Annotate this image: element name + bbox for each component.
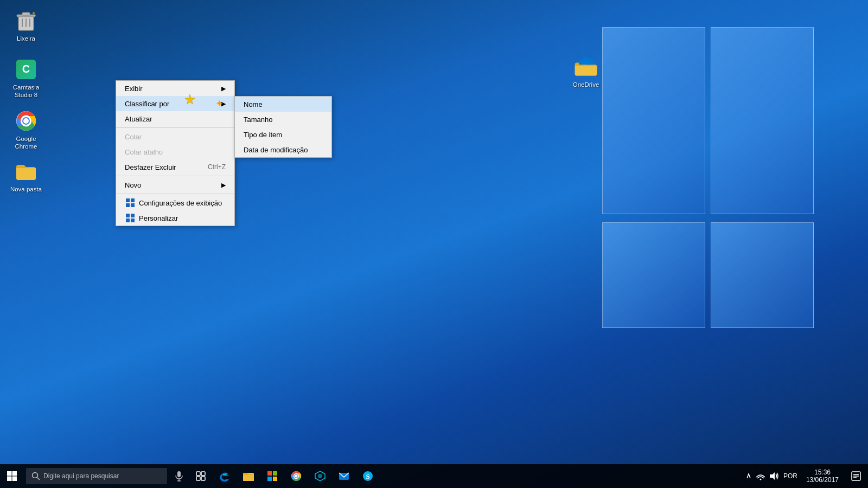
menu-item-exibir[interactable]: Exibir ▶ <box>116 81 234 96</box>
task-view-button[interactable] <box>189 464 213 488</box>
network-icon <box>756 472 765 480</box>
chrome-label: Google Chrome <box>7 136 46 151</box>
explorer-icon <box>242 470 254 482</box>
taskbar-chrome-icon <box>290 470 302 482</box>
svg-rect-23 <box>131 214 135 217</box>
desktop-icon-chrome[interactable]: Google Chrome <box>4 106 48 153</box>
clock-time: 15:36 <box>814 468 831 476</box>
svg-rect-44 <box>273 477 277 481</box>
menu-item-colar-atalho[interactable]: Colar atalho <box>116 144 234 159</box>
svg-rect-1 <box>22 18 23 27</box>
notification-center-button[interactable] <box>844 464 868 488</box>
tamanho-label: Tamanho <box>244 115 272 124</box>
submenu-item-data[interactable]: Data de modificação <box>235 142 331 157</box>
taskbar-right: POR 15:36 13/06/2017 <box>743 464 868 488</box>
lixeira-icon <box>13 8 39 34</box>
windows-logo-icon <box>7 471 17 481</box>
language-indicator[interactable]: POR <box>780 464 801 488</box>
svg-rect-5 <box>22 12 30 15</box>
novo-label: Novo <box>125 181 141 189</box>
configuracoes-icon <box>125 197 136 208</box>
systray-network[interactable] <box>754 464 767 488</box>
desktop-icon-lixeira[interactable]: Lixeira <box>4 5 48 45</box>
svg-rect-17 <box>579 62 593 65</box>
svg-rect-21 <box>131 203 135 207</box>
camtasia-icon: C <box>13 56 39 82</box>
menu-item-atualizar[interactable]: Atualizar <box>116 111 234 126</box>
submenu-item-tamanho[interactable]: Tamanho <box>235 112 331 127</box>
taskbar-chrome[interactable] <box>284 464 308 488</box>
atualizar-label: Atualizar <box>125 115 152 123</box>
svg-point-7 <box>34 15 36 16</box>
svg-marker-54 <box>770 472 775 480</box>
svg-rect-40 <box>243 475 254 481</box>
desktop: Lixeira C Camtasia Studio 8 <box>0 0 868 488</box>
onedrive-label: OneDrive <box>573 81 599 89</box>
svg-rect-32 <box>177 471 181 477</box>
separator-1 <box>116 127 234 128</box>
svg-rect-27 <box>12 471 17 476</box>
cursor-star-icon: ✦ <box>215 98 224 110</box>
svg-rect-18 <box>126 198 130 202</box>
svg-line-31 <box>37 478 40 480</box>
svg-rect-36 <box>201 472 205 476</box>
novo-arrow: ▶ <box>221 182 226 189</box>
menu-item-desfazer[interactable]: Desfazer Excluir Ctrl+Z <box>116 159 234 175</box>
start-button[interactable] <box>0 464 24 488</box>
svg-point-49 <box>318 474 322 478</box>
nova-pasta-icon <box>13 158 39 184</box>
personalizar-label: Personalizar <box>139 214 178 222</box>
submenu-item-nome[interactable]: Nome <box>235 97 331 112</box>
task-view-icon <box>196 471 206 481</box>
microphone-icon <box>175 471 183 481</box>
taskbar-edge[interactable] <box>213 464 237 488</box>
svg-rect-37 <box>196 477 200 480</box>
menu-item-novo[interactable]: Novo ▶ <box>116 177 234 192</box>
cortana-mic-button[interactable] <box>169 464 189 488</box>
taskbar-mail[interactable] <box>332 464 356 488</box>
svg-rect-35 <box>196 472 200 476</box>
menu-item-colar[interactable]: Colar <box>116 129 234 144</box>
mail-icon <box>338 470 350 482</box>
desktop-icon-onedrive[interactable]: OneDrive <box>564 52 608 91</box>
edge-icon <box>219 470 231 482</box>
svg-rect-20 <box>126 203 130 207</box>
systray-volume[interactable] <box>767 464 780 488</box>
desktop-icon-nova-pasta[interactable]: Nova pasta <box>4 156 48 196</box>
exibir-arrow: ▶ <box>221 85 226 92</box>
search-icon <box>31 472 40 480</box>
svg-rect-2 <box>25 18 27 27</box>
colar-atalho-label: Colar atalho <box>125 148 163 156</box>
systray-chevron[interactable] <box>743 464 754 488</box>
svg-text:S: S <box>366 472 369 480</box>
taskbar-mixed-reality[interactable] <box>308 464 332 488</box>
svg-rect-38 <box>201 477 205 480</box>
taskbar-search[interactable]: Digite aqui para pesquisar <box>26 468 167 484</box>
nome-label: Nome <box>244 100 263 108</box>
mixed-reality-icon <box>314 470 326 482</box>
menu-item-configuracoes[interactable]: Configurações de exibição <box>116 195 234 210</box>
taskbar-explorer[interactable] <box>237 464 260 488</box>
svg-text:C: C <box>22 63 30 75</box>
svg-rect-28 <box>7 477 12 481</box>
lixeira-label: Lixeira <box>17 35 35 43</box>
svg-point-6 <box>33 12 35 14</box>
submenu-item-tipo[interactable]: Tipo de item <box>235 127 331 142</box>
svg-point-53 <box>760 479 761 480</box>
nova-pasta-label: Nova pasta <box>10 186 42 194</box>
taskbar-store[interactable] <box>260 464 284 488</box>
svg-rect-19 <box>131 198 135 202</box>
menu-item-classificar-por[interactable]: Classificar por ✦ ▶ Nome Tamanho Tipo de… <box>116 96 234 111</box>
colar-label: Colar <box>125 133 142 141</box>
taskbar-skype[interactable]: S <box>356 464 380 488</box>
chrome-icon <box>13 108 39 134</box>
svg-rect-25 <box>131 219 135 222</box>
skype-icon: S <box>362 470 374 482</box>
svg-rect-29 <box>12 477 17 481</box>
svg-point-13 <box>23 118 29 124</box>
menu-item-personalizar[interactable]: Personalizar <box>116 210 234 226</box>
svg-rect-26 <box>7 471 12 476</box>
desktop-icon-camtasia[interactable]: C Camtasia Studio 8 <box>4 54 48 101</box>
personalizar-icon <box>125 213 136 223</box>
taskbar-clock[interactable]: 15:36 13/06/2017 <box>801 464 844 488</box>
